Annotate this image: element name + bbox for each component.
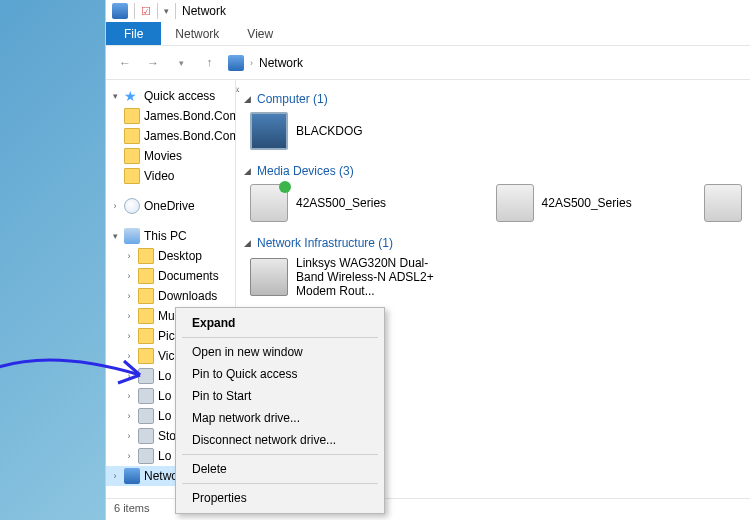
pc-item[interactable]: ›Documents — [106, 266, 235, 286]
breadcrumb-location[interactable]: Network — [259, 56, 303, 70]
qa-item[interactable]: James.Bond.Complete — [106, 126, 235, 146]
expand-collapse-icon[interactable]: ◢ — [244, 166, 251, 176]
folder-icon — [138, 288, 154, 304]
network-infra-item[interactable]: Linksys WAG320N Dual-Band Wireless-N ADS… — [250, 256, 450, 298]
network-icon — [124, 468, 140, 484]
nav-recent-button[interactable]: ▾ — [172, 54, 190, 72]
star-icon: ★ — [124, 88, 140, 104]
qat-checkbox-icon[interactable]: ☑ — [141, 5, 151, 18]
chevron-down-icon[interactable]: ▾ — [110, 231, 120, 241]
qat-overflow-icon[interactable]: ▾ — [164, 6, 169, 16]
chevron-right-icon[interactable]: › — [110, 201, 120, 211]
network-icon — [228, 55, 244, 71]
status-item-count: 6 items — [114, 502, 149, 514]
folder-icon — [124, 108, 140, 124]
pc-icon — [124, 228, 140, 244]
menu-item-expand[interactable]: Expand — [178, 312, 382, 334]
computer-icon — [250, 112, 288, 150]
pc-item[interactable]: ›Desktop — [106, 246, 235, 266]
media-device-icon — [704, 184, 742, 222]
folder-icon — [138, 268, 154, 284]
nav-up-button[interactable]: → — [200, 54, 218, 72]
media-device-icon — [496, 184, 534, 222]
quick-access-node[interactable]: ▾ ★ Quick access — [106, 86, 235, 106]
menu-item-delete[interactable]: Delete — [178, 458, 382, 480]
computer-item[interactable]: BLACKDOG — [250, 112, 450, 150]
ribbon-tabs: File Network View — [106, 22, 750, 46]
drive-icon — [138, 428, 154, 444]
expand-collapse-icon[interactable]: ◢ — [244, 238, 251, 248]
onedrive-icon — [124, 198, 140, 214]
tab-view[interactable]: View — [233, 22, 287, 45]
address-bar: ← → ▾ → › Network — [106, 46, 750, 80]
folder-icon — [124, 128, 140, 144]
media-device-item[interactable]: 42AS500_Series — [250, 184, 436, 222]
menu-item-properties[interactable]: Properties — [178, 487, 382, 509]
address-path[interactable]: › Network — [228, 55, 740, 71]
desktop-background — [0, 0, 105, 520]
group-header-computer[interactable]: ◢ Computer (1) — [244, 92, 744, 106]
media-device-item[interactable]: 42AS500_Series — [496, 184, 644, 222]
file-tab[interactable]: File — [106, 22, 161, 45]
menu-item-map-network-drive[interactable]: Map network drive... — [178, 407, 382, 429]
chevron-down-icon[interactable]: ▾ — [110, 91, 120, 101]
title-bar: ☑ ▾ Network — [106, 0, 750, 22]
chevron-right-icon[interactable]: › — [110, 471, 120, 481]
collapse-nav-icon[interactable]: « — [236, 84, 240, 95]
network-icon — [112, 3, 128, 19]
qa-item[interactable]: Movies — [106, 146, 235, 166]
menu-item-pin-quick-access[interactable]: Pin to Quick access — [178, 363, 382, 385]
folder-icon — [124, 148, 140, 164]
qa-item[interactable]: Video — [106, 166, 235, 186]
folder-icon — [138, 308, 154, 324]
menu-item-pin-start[interactable]: Pin to Start — [178, 385, 382, 407]
media-device-icon — [250, 184, 288, 222]
drive-icon — [138, 408, 154, 424]
router-icon — [250, 258, 288, 296]
chevron-right-icon[interactable]: › — [124, 251, 134, 261]
pc-item[interactable]: ›Downloads — [106, 286, 235, 306]
this-pc-node[interactable]: ▾ This PC — [106, 226, 235, 246]
folder-icon — [124, 168, 140, 184]
folder-icon — [138, 328, 154, 344]
menu-item-disconnect-network-drive[interactable]: Disconnect network drive... — [178, 429, 382, 451]
folder-icon — [138, 348, 154, 364]
chevron-right-icon: › — [250, 58, 253, 68]
folder-icon — [138, 248, 154, 264]
media-device-item[interactable]: E — [704, 184, 744, 222]
nav-back-button[interactable]: ← — [116, 54, 134, 72]
menu-item-open-new-window[interactable]: Open in new window — [178, 341, 382, 363]
qa-item[interactable]: James.Bond.Complete — [106, 106, 235, 126]
context-menu: Expand Open in new window Pin to Quick a… — [175, 307, 385, 514]
drive-icon — [138, 388, 154, 404]
window-title: Network — [182, 4, 226, 18]
nav-forward-button: → — [144, 54, 162, 72]
drive-icon — [138, 368, 154, 384]
expand-collapse-icon[interactable]: ◢ — [244, 94, 251, 104]
tab-network[interactable]: Network — [161, 22, 233, 45]
drive-icon — [138, 448, 154, 464]
group-header-media[interactable]: ◢ Media Devices (3) — [244, 164, 744, 178]
onedrive-node[interactable]: › OneDrive — [106, 196, 235, 216]
group-header-infrastructure[interactable]: ◢ Network Infrastructure (1) — [244, 236, 744, 250]
